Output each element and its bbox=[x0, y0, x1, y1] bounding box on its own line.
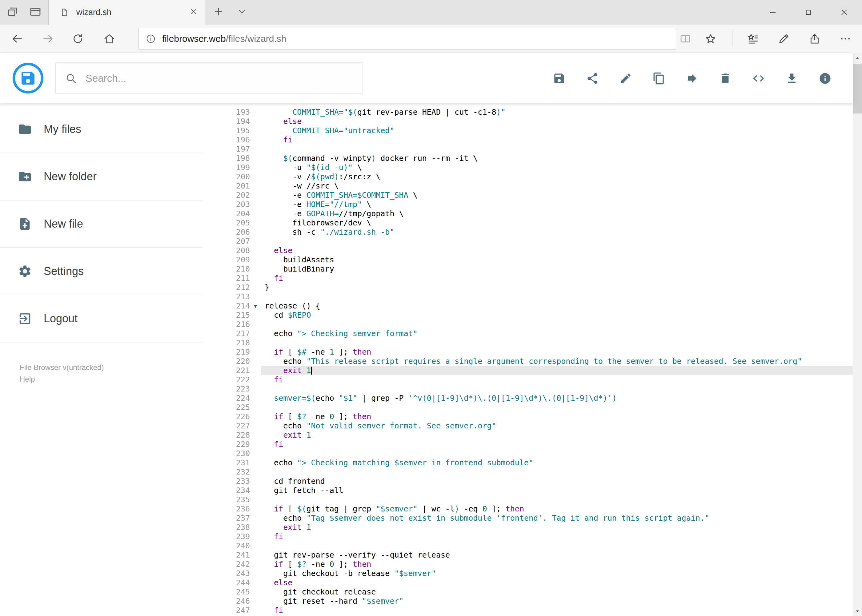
code-line[interactable]: 208 else bbox=[216, 246, 853, 255]
code-text[interactable] bbox=[261, 145, 853, 154]
code-line[interactable]: 218 bbox=[216, 338, 853, 347]
sidebar-item-my-files[interactable]: My files bbox=[0, 106, 203, 153]
code-line[interactable]: 223 bbox=[216, 384, 853, 394]
code-line[interactable]: 242 if [ $? -ne 0 ]; then bbox=[216, 560, 853, 569]
code-text[interactable] bbox=[261, 403, 853, 412]
code-line[interactable]: 238 exit 1 bbox=[216, 523, 853, 532]
delete-button[interactable] bbox=[716, 69, 734, 88]
window-close-button[interactable] bbox=[826, 0, 862, 25]
url-bar[interactable]: filebrowser.web/files/wizard.sh bbox=[139, 28, 676, 50]
code-line[interactable]: 210 buildBinary bbox=[216, 264, 853, 274]
code-line[interactable]: 237 echo "Tag $semver does not exist in … bbox=[216, 514, 853, 523]
download-button[interactable] bbox=[783, 69, 801, 88]
code-line[interactable]: 213 bbox=[216, 292, 853, 302]
code-line[interactable]: 225 bbox=[216, 403, 853, 412]
code-text[interactable]: else bbox=[261, 578, 853, 588]
code-line[interactable]: 239 fi bbox=[216, 532, 853, 541]
code-text[interactable]: buildAssets bbox=[261, 255, 853, 264]
code-text[interactable]: -e COMMIT_SHA=$COMMIT_SHA \ bbox=[261, 191, 853, 200]
code-line[interactable]: 226 if [ $? -ne 0 ]; then bbox=[216, 412, 853, 421]
sidebar-item-new-file[interactable]: New file bbox=[0, 201, 203, 248]
code-editor[interactable]: 193 COMMIT_SHA="$(git rev-parse HEAD | c… bbox=[216, 103, 853, 616]
favorite-button[interactable] bbox=[703, 32, 718, 46]
tab-list-button[interactable] bbox=[237, 7, 247, 18]
code-line[interactable]: 247 fi bbox=[216, 606, 853, 615]
code-line[interactable]: 195 COMMIT_SHA="untracked" bbox=[216, 126, 853, 135]
code-line[interactable]: 193 COMMIT_SHA="$(git rev-parse HEAD | c… bbox=[216, 108, 853, 117]
code-text[interactable] bbox=[261, 541, 853, 550]
code-line[interactable]: 231 echo "> Checking matching $semver in… bbox=[216, 458, 853, 467]
code-text[interactable]: echo "This release script requires a sin… bbox=[261, 357, 853, 366]
sidebar-item-new-folder[interactable]: New folder bbox=[0, 153, 203, 201]
code-text[interactable]: echo "> Checking matching $semver in fro… bbox=[261, 458, 853, 467]
code-text[interactable]: filebrowser/dev \ bbox=[261, 218, 853, 228]
share-page-button[interactable] bbox=[807, 32, 822, 46]
code-line[interactable]: 229 fi bbox=[216, 440, 853, 449]
share-button[interactable] bbox=[583, 69, 602, 88]
code-line[interactable]: 214▾release () { bbox=[216, 302, 853, 311]
back-button[interactable] bbox=[10, 32, 24, 46]
code-text[interactable]: cd $REPO bbox=[261, 311, 853, 320]
code-line[interactable]: 204 -e GOPATH=//tmp/gopath \ bbox=[216, 209, 853, 218]
code-text[interactable] bbox=[261, 320, 853, 329]
code-text[interactable]: if [ $(git tag | grep "$semver" | wc -l)… bbox=[261, 504, 853, 514]
tab-preview-button[interactable] bbox=[29, 5, 42, 19]
code-text[interactable] bbox=[261, 384, 853, 394]
code-text[interactable]: exit 1 bbox=[261, 366, 853, 375]
code-text[interactable]: -e HOME="//tmp" \ bbox=[261, 200, 853, 209]
code-text[interactable]: cd frontend bbox=[261, 477, 853, 486]
code-line[interactable]: 202 -e COMMIT_SHA=$COMMIT_SHA \ bbox=[216, 191, 853, 200]
tab-wizard-sh[interactable]: wizard.sh bbox=[48, 0, 205, 25]
code-text[interactable]: sh -c "./wizard.sh -b" bbox=[261, 228, 853, 237]
code-text[interactable]: echo "Not valid semver format. See semve… bbox=[261, 421, 853, 431]
code-text[interactable]: -u "$(id -u)" \ bbox=[261, 163, 853, 172]
code-text[interactable] bbox=[261, 449, 853, 458]
set-tabs-aside-button[interactable] bbox=[7, 6, 19, 19]
code-line[interactable]: 236 if [ $(git tag | grep "$semver" | wc… bbox=[216, 504, 853, 514]
code-line[interactable]: 244 else bbox=[216, 578, 853, 588]
code-line[interactable]: 216 bbox=[216, 320, 853, 329]
code-line[interactable]: 246 git reset --hard "$semver" bbox=[216, 597, 853, 606]
code-line[interactable]: 197 bbox=[216, 145, 853, 154]
code-line[interactable]: 217 echo "> Checking semver format" bbox=[216, 329, 853, 338]
new-tab-button[interactable] bbox=[213, 6, 224, 19]
code-line[interactable]: 234 git fetch --all bbox=[216, 486, 853, 495]
save-button[interactable] bbox=[550, 69, 569, 88]
code-line[interactable]: 245 git checkout release bbox=[216, 588, 853, 597]
code-text[interactable] bbox=[261, 495, 853, 504]
code-text[interactable]: release () { bbox=[261, 302, 853, 311]
filebrowser-logo[interactable] bbox=[13, 63, 43, 93]
code-text[interactable]: git checkout release bbox=[261, 588, 853, 597]
maximize-button[interactable] bbox=[791, 0, 826, 25]
move-button[interactable] bbox=[683, 69, 701, 88]
code-line[interactable]: 235 bbox=[216, 495, 853, 504]
code-line[interactable]: 211 fi bbox=[216, 274, 853, 283]
code-line[interactable]: 205 filebrowser/dev \ bbox=[216, 218, 853, 228]
tab-close-button[interactable] bbox=[189, 8, 198, 17]
code-text[interactable]: echo "Tag $semver does not exist in subm… bbox=[261, 514, 853, 523]
code-line[interactable]: 199 -u "$(id -u)" \ bbox=[216, 163, 853, 172]
rename-button[interactable] bbox=[616, 69, 635, 88]
code-line[interactable]: 206 sh -c "./wizard.sh -b" bbox=[216, 228, 853, 237]
help-link[interactable]: Help bbox=[20, 373, 104, 385]
code-text[interactable]: buildBinary bbox=[261, 264, 853, 274]
hub-button[interactable] bbox=[746, 32, 760, 46]
copy-button[interactable] bbox=[650, 69, 668, 88]
code-text[interactable] bbox=[261, 338, 853, 347]
code-text[interactable]: -w //src \ bbox=[261, 181, 853, 191]
code-text[interactable]: echo "> Checking semver format" bbox=[261, 329, 853, 338]
code-text[interactable]: exit 1 bbox=[261, 523, 853, 532]
code-text[interactable]: git checkout -b release "$semver" bbox=[261, 569, 853, 578]
code-line[interactable]: 209 buildAssets bbox=[216, 255, 853, 264]
code-text[interactable]: git reset --hard "$semver" bbox=[261, 597, 853, 606]
code-text[interactable]: else bbox=[261, 246, 853, 255]
code-text[interactable]: COMMIT_SHA="$(git rev-parse HEAD | cut -… bbox=[261, 108, 853, 117]
fold-marker-icon[interactable]: ▾ bbox=[250, 302, 261, 311]
code-line[interactable]: 194 else bbox=[216, 117, 853, 126]
home-button[interactable] bbox=[102, 32, 116, 46]
code-text[interactable]: fi bbox=[261, 532, 853, 541]
code-text[interactable]: fi bbox=[261, 135, 853, 145]
code-line[interactable]: 224 semver=$(echo "$1" | grep -P '^v(0|[… bbox=[216, 394, 853, 403]
code-text[interactable]: if [ $? -ne 0 ]; then bbox=[261, 412, 853, 421]
scroll-down-button[interactable] bbox=[853, 606, 862, 616]
